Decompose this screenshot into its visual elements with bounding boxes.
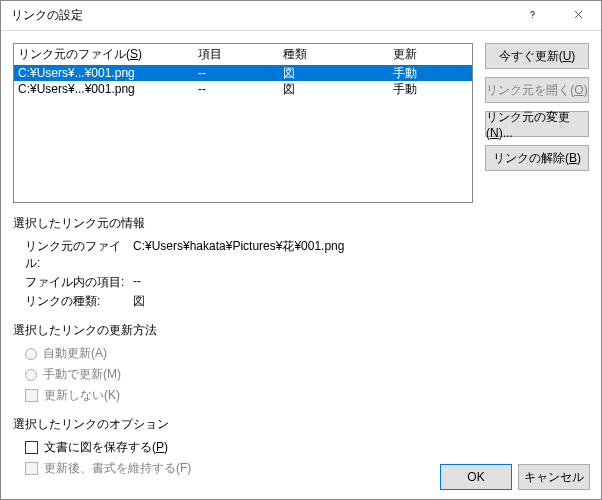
close-icon [573,9,584,23]
svg-point-0 [531,17,532,18]
help-button[interactable] [509,1,555,31]
close-button[interactable] [555,1,601,31]
checkbox-icon [25,389,38,402]
ok-button[interactable]: OK [440,464,512,490]
update-method-group: 選択したリンクの更新方法 自動更新(A) 手動で更新(M) 更新しない(K) [13,322,589,404]
update-now-button[interactable]: 今すぐ更新(U) [485,43,589,69]
radio-manual: 手動で更新(M) [25,366,589,383]
radio-auto: 自動更新(A) [25,345,589,362]
checkbox-icon [25,441,38,454]
info-group: 選択したリンク元の情報 リンク元のファイル:C:¥Users¥hakata¥Pi… [13,215,589,310]
change-source-button[interactable]: リンク元の変更(N)... [485,111,589,137]
info-type-label: リンクの種類: [25,293,133,310]
check-save-picture[interactable]: 文書に図を保存する(P) [25,439,589,456]
checkbox-icon [25,462,38,475]
update-method-title: 選択したリンクの更新方法 [13,322,589,339]
help-icon [527,9,538,23]
cell-type: 図 [283,81,393,98]
window-title: リンクの設定 [11,7,509,24]
table-row[interactable]: C:¥Users¥...¥001.png--図手動 [14,65,472,81]
info-file-label: リンク元のファイル: [25,238,133,272]
break-link-button[interactable]: リンクの解除(B) [485,145,589,171]
cell-file: C:¥Users¥...¥001.png [18,82,198,96]
cell-file: C:¥Users¥...¥001.png [18,66,198,80]
col-file: リンク元のファイル(S) [18,46,198,63]
cell-update: 手動 [393,81,463,98]
cell-update: 手動 [393,65,463,82]
info-item-value: -- [133,274,141,291]
radio-icon [25,369,37,381]
cell-item: -- [198,66,283,80]
list-header: リンク元のファイル(S) 項目 種類 更新 [14,44,472,65]
radio-icon [25,348,37,360]
info-type-value: 図 [133,293,145,310]
col-type: 種類 [283,46,393,63]
info-title: 選択したリンク元の情報 [13,215,589,232]
cell-item: -- [198,82,283,96]
options-title: 選択したリンクのオプション [13,416,589,433]
cell-type: 図 [283,65,393,82]
open-source-button[interactable]: リンク元を開く(O) [485,77,589,103]
table-row[interactable]: C:¥Users¥...¥001.png--図手動 [14,81,472,97]
links-listbox[interactable]: リンク元のファイル(S) 項目 種類 更新 C:¥Users¥...¥001.p… [13,43,473,203]
titlebar: リンクの設定 [1,1,601,31]
col-item: 項目 [198,46,283,63]
check-locked: 更新しない(K) [25,387,589,404]
cancel-button[interactable]: キャンセル [518,464,590,490]
col-update: 更新 [393,46,463,63]
info-item-label: ファイル内の項目: [25,274,133,291]
info-file-value: C:¥Users¥hakata¥Pictures¥花¥001.png [133,238,344,272]
